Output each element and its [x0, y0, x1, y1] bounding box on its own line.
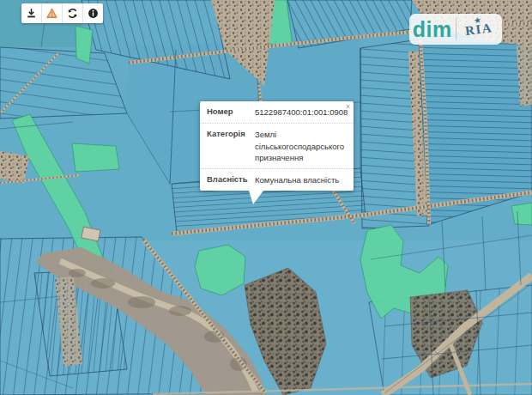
logo-ria-stamp: ★ RIA	[456, 21, 503, 37]
info-button[interactable]	[82, 3, 103, 23]
field-label: Номер	[207, 106, 255, 118]
popup-row-category: Категорія Землі сільськогосподарського п…	[200, 123, 354, 168]
field-label: Власність	[207, 174, 255, 186]
field-label: Категорія	[207, 129, 255, 164]
popup-row-number: Номер 5122987400:01:001:0908	[200, 101, 354, 123]
map-application: dim ★ RIA × Номер 5122987400:01:001:0908…	[0, 0, 532, 395]
logo-dim-text: dim	[409, 15, 456, 44]
map-toolbar	[21, 3, 103, 23]
site-logo[interactable]: dim ★ RIA	[409, 14, 502, 45]
close-icon[interactable]: ×	[346, 102, 350, 111]
download-icon	[26, 8, 37, 19]
logo-ria-text: RIA	[464, 21, 493, 39]
download-button[interactable]	[21, 3, 41, 23]
info-icon	[88, 8, 99, 19]
parcel-ownership-value: Комунальна власність	[255, 174, 347, 186]
popup-row-ownership: Власність Комунальна власність	[200, 168, 354, 191]
parcel-category-value: Землі сільськогосподарського призначення	[255, 129, 347, 164]
warning-icon	[46, 8, 57, 19]
parcel-info-popup: × Номер 5122987400:01:001:0908 Категорія…	[200, 101, 354, 191]
refresh-icon	[67, 8, 78, 19]
refresh-button[interactable]	[62, 3, 82, 23]
popup-pointer-tail	[249, 191, 263, 204]
map-canvas[interactable]	[0, 0, 532, 395]
parcel-number-value: 5122987400:01:001:0908	[255, 106, 348, 118]
warning-button[interactable]	[41, 3, 62, 23]
